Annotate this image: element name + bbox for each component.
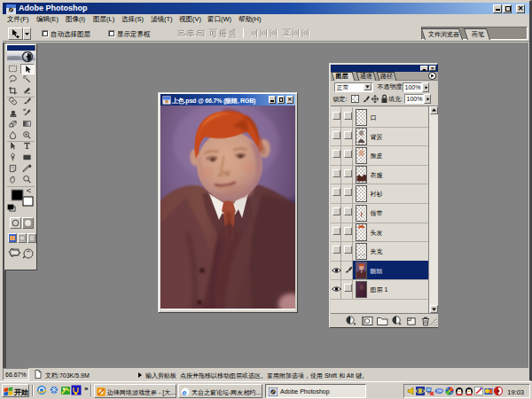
svg-text:UFO: UFO [437, 389, 444, 394]
svg-text:e: e [183, 387, 187, 396]
